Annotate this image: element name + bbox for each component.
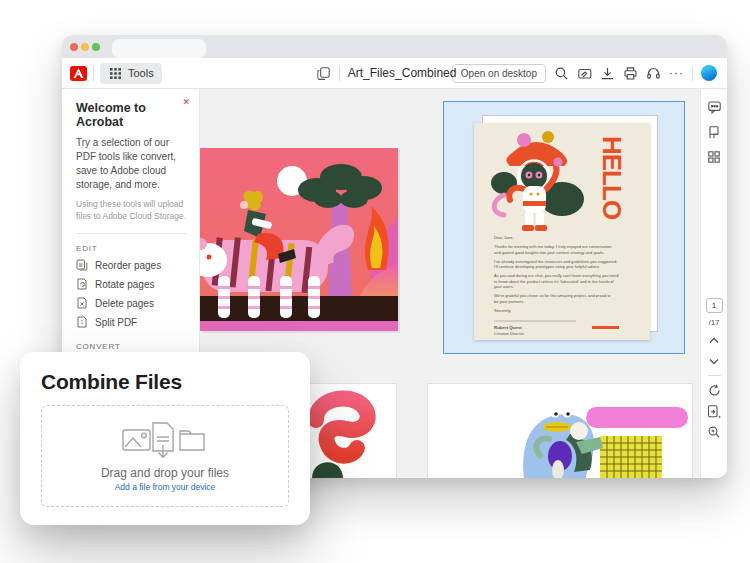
combine-files-card: Combine Files Drag and drop your files A… [20, 352, 310, 525]
download-icon[interactable] [600, 66, 615, 81]
section-label-convert: CONVERT [76, 342, 187, 351]
welcome-body-text: Try a selection of our PDF tools like co… [76, 136, 187, 192]
letter-signer-title: Creative Director [494, 331, 525, 336]
divider [708, 375, 721, 376]
tool-label: Reorder pages [95, 260, 161, 271]
open-on-desktop-button[interactable]: Open on desktop [452, 64, 546, 83]
tool-item-reorder-pages[interactable]: Reorder pages [76, 256, 187, 275]
add-file-link[interactable]: Add a file from your device [115, 482, 216, 492]
pdf-page-thumbnail-duck[interactable] [428, 384, 692, 478]
user-avatar[interactable] [701, 65, 717, 81]
help-headset-icon[interactable] [646, 66, 661, 81]
letter-greeting: Dear Jane, [494, 235, 514, 240]
zoom-window-button[interactable] [92, 43, 100, 51]
page-navigation-controls: 1 /17 [706, 298, 723, 440]
tool-item-rotate-pages[interactable]: Rotate pages [76, 275, 187, 294]
duck-artwork [428, 384, 692, 478]
tiger-artwork [200, 148, 398, 331]
acrobat-toolbar: Tools Art_Files_Combined Open on desktop [62, 58, 727, 89]
delete-pages-icon [76, 297, 88, 309]
divider [692, 66, 693, 81]
bookmarks-icon[interactable] [706, 124, 722, 140]
chevron-up-icon[interactable] [706, 332, 722, 348]
svg-text:to know about the product unle: to know about the product unless it's 'f… [494, 279, 615, 284]
letter-signer: Robert Quest [494, 325, 522, 330]
upload-files-icon [122, 421, 208, 461]
rotate-page-icon[interactable] [706, 382, 722, 398]
print-icon[interactable] [623, 66, 638, 81]
minimize-window-button[interactable] [81, 43, 89, 51]
grid-icon [108, 66, 123, 81]
letter-artwork: HELLO Dear Jane, Thanks for meeting with… [474, 123, 650, 340]
search-icon[interactable] [554, 66, 569, 81]
page-thumbnails-icon[interactable] [706, 149, 722, 165]
file-dropzone[interactable]: Drag and drop your files Add a file from… [41, 405, 289, 507]
zoom-in-icon[interactable] [706, 424, 722, 440]
welcome-note-text: Using these tools will upload files to A… [76, 199, 187, 223]
tool-label: Delete pages [95, 298, 154, 309]
tools-button-label: Tools [128, 67, 154, 79]
letter-closing: Sincerely, [494, 308, 511, 313]
rotate-pages-icon [76, 278, 88, 290]
desktop-canvas: Tools Art_Files_Combined Open on desktop [0, 0, 750, 563]
comments-icon[interactable] [706, 99, 722, 115]
browser-titlebar [62, 35, 727, 58]
svg-text:be your partners.: be your partners. [494, 299, 524, 304]
toolbar-right: Open on desktop ··· [452, 64, 717, 83]
tools-button[interactable]: Tools [100, 63, 162, 84]
selected-page-container[interactable]: HELLO Dear Jane, Thanks for meeting with… [443, 101, 685, 354]
tool-item-split-pdf[interactable]: Split PDF [76, 313, 187, 332]
toolbar-left: Tools [70, 63, 162, 84]
tool-label: Split PDF [95, 317, 137, 328]
document-pages-icon[interactable] [316, 66, 331, 81]
split-pdf-icon [76, 316, 88, 328]
dropzone-text: Drag and drop your files [101, 466, 229, 480]
current-page-input[interactable]: 1 [706, 298, 723, 313]
more-options-icon[interactable]: ··· [669, 67, 684, 79]
pdf-page-thumbnail-letter[interactable]: HELLO Dear Jane, Thanks for meeting with… [474, 123, 650, 340]
right-tool-rail: 1 /17 [700, 89, 727, 478]
divider [339, 66, 340, 81]
reorder-pages-icon [76, 259, 88, 271]
svg-text:Thanks for meeting with me tod: Thanks for meeting with me today. I trul… [494, 244, 612, 249]
welcome-title: Welcome to Acrobat [76, 101, 187, 129]
close-icon[interactable]: ✕ [182, 98, 190, 107]
section-label-edit: EDIT [76, 244, 187, 253]
total-pages-label: /17 [708, 318, 719, 327]
pdf-page-thumbnail-art[interactable] [200, 148, 398, 331]
svg-text:We're grateful you chose us fo: We're grateful you chose us for this ama… [494, 293, 611, 298]
hello-text: HELLO [597, 136, 627, 220]
svg-text:your users.: your users. [494, 284, 514, 289]
toolbar-center: Art_Files_Combined [316, 58, 457, 88]
browser-tab[interactable] [112, 39, 206, 58]
svg-text:I've already investigated the: I've already investigated the resources … [494, 259, 617, 264]
acrobat-logo-icon[interactable] [70, 66, 87, 81]
tool-label: Rotate pages [95, 279, 155, 290]
divider [76, 233, 187, 234]
svg-text:I'll continue developing proto: I'll continue developing prototypes usin… [494, 264, 600, 269]
tool-item-delete-pages[interactable]: Delete pages [76, 294, 187, 313]
combine-files-title: Combine Files [41, 370, 289, 394]
chevron-down-icon[interactable] [706, 353, 722, 369]
divider [93, 66, 94, 81]
document-title: Art_Files_Combined [348, 66, 457, 80]
fill-sign-icon[interactable] [577, 66, 592, 81]
svg-text:As you said during our chat, y: As you said during our chat, you really … [494, 273, 618, 278]
svg-text:and gained good insights into: and gained good insights into your conte… [494, 250, 604, 255]
fit-page-icon[interactable] [706, 403, 722, 419]
close-window-button[interactable] [70, 43, 78, 51]
